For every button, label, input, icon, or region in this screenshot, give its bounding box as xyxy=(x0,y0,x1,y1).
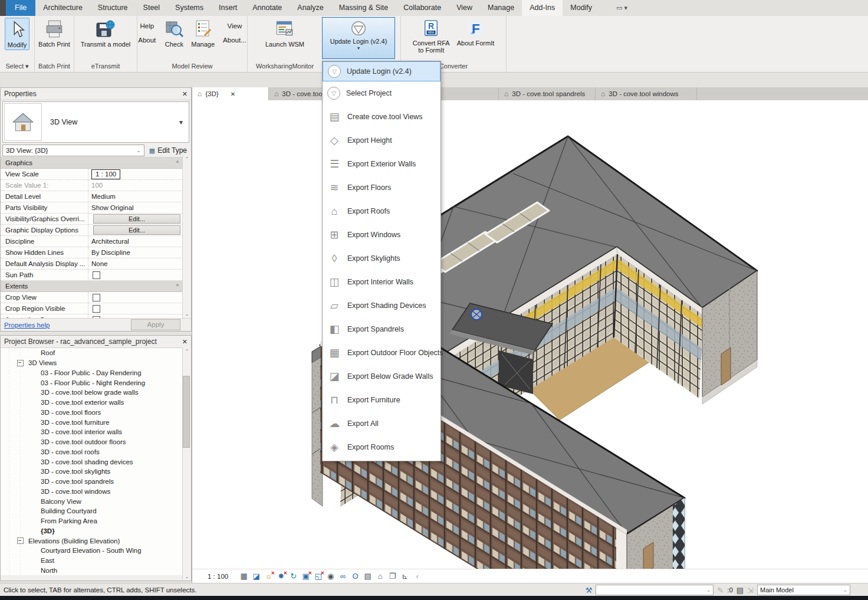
section-extents[interactable]: Extents^ xyxy=(1,281,182,292)
update-login-ribbon-button[interactable]: Update Login (v2.4) xyxy=(322,17,395,59)
shadows-icon[interactable]: ✸✕ xyxy=(275,572,287,581)
tree-item[interactable]: 3D - cove.tool roofs xyxy=(1,447,182,457)
tab-add-ins[interactable]: Add-Ins xyxy=(522,0,563,16)
property-row[interactable]: Sun Path xyxy=(1,270,182,281)
menu-item-export-all[interactable]: ☁Export All xyxy=(323,412,440,435)
tree-item[interactable]: 3D - cove.tool shading devices xyxy=(1,457,182,467)
menu-item-export-shading-devices[interactable]: ▱Export Shading Devices xyxy=(323,294,440,317)
view-tab-3d[interactable]: {3D} ✕ xyxy=(192,87,269,100)
analytical-model-icon[interactable]: ⌂ xyxy=(374,572,386,581)
tree-item[interactable]: 3D - cove.tool windows xyxy=(1,487,182,497)
tab-systems[interactable]: Systems xyxy=(167,0,211,16)
batch-print-button[interactable]: Batch Print xyxy=(36,18,73,49)
tab-manage[interactable]: Manage xyxy=(480,0,522,16)
tab-massing-site[interactable]: Massing & Site xyxy=(331,0,396,16)
active-workset-combo[interactable]: ⌄ xyxy=(596,585,714,595)
transmit-model-button[interactable]: Transmit a model xyxy=(78,18,133,49)
visual-style-icon[interactable]: ◪ xyxy=(250,572,262,581)
tree-item[interactable]: 3D - cove.tool outdoor floors xyxy=(1,437,182,447)
view-tab-windows[interactable]: 3D - cove.tool windows xyxy=(596,87,697,100)
collapse-icon[interactable] xyxy=(17,537,24,544)
highlight-displacement-icon[interactable]: ❐ xyxy=(386,572,399,581)
tab-analyze[interactable]: Analyze xyxy=(290,0,331,16)
section-graphics[interactable]: Graphics^ xyxy=(1,158,182,169)
property-row[interactable]: Crop Region Visible xyxy=(1,303,182,314)
tree-item[interactable]: 3D - cove.tool interior walls xyxy=(1,427,182,437)
tree-item[interactable]: 03 - Floor Public - Day Rendering xyxy=(1,368,182,378)
building-3d-model[interactable] xyxy=(192,100,868,569)
property-row[interactable]: View Scale1 : 100 xyxy=(1,169,182,180)
tab-modify[interactable]: Modify xyxy=(563,0,600,16)
tree-item[interactable]: 3D - cove.tool floors xyxy=(1,408,182,418)
reveal-hidden-elements-icon[interactable]: ʘ xyxy=(349,572,361,581)
reveal-constraints-icon[interactable]: ⊾ xyxy=(399,572,411,581)
edit-type-button[interactable]: Edit Type xyxy=(147,146,189,155)
tab-structure[interactable]: Structure xyxy=(90,0,136,16)
property-row[interactable]: Parts VisibilityShow Original xyxy=(1,202,182,214)
tree-item[interactable]: 3D - cove.tool furniture xyxy=(1,417,182,427)
temporary-hide-isolate-icon[interactable]: ∞ xyxy=(337,572,349,581)
about2-button[interactable]: About... xyxy=(223,37,246,44)
menu-item-select-project[interactable]: ▽Select Project xyxy=(323,81,440,105)
menu-item-export-roofs[interactable]: ⌂Export Roofs xyxy=(323,199,440,223)
tree-item[interactable]: North xyxy=(1,566,182,576)
tree-item[interactable]: Courtyard Elevation - South Wing xyxy=(1,546,182,556)
tree-item[interactable]: Roof xyxy=(1,348,182,358)
menu-item-export-height[interactable]: ◇Export Height xyxy=(323,129,440,152)
properties-title-bar[interactable]: Properties ✕ xyxy=(1,88,191,100)
panel-select-label[interactable]: Select ▾ xyxy=(0,61,34,72)
menu-item-export-furniture[interactable]: ⊓Export Furniture xyxy=(323,388,440,412)
tab-file[interactable]: File xyxy=(6,0,35,16)
type-selector[interactable]: 3D View ▼ xyxy=(2,101,189,143)
collapse-section-icon[interactable]: ^ xyxy=(176,283,179,289)
collapse-section-icon[interactable]: ^ xyxy=(176,160,179,166)
view-selector-combo[interactable]: 3D View: {3D}⌄ xyxy=(2,145,144,156)
project-browser-title-bar[interactable]: Project Browser - rac_advanced_sample_pr… xyxy=(1,336,191,348)
tree-item-active-view[interactable]: {3D} xyxy=(1,526,182,536)
tab-insert[interactable]: Insert xyxy=(211,0,245,16)
tree-item[interactable]: 3D - cove.tool below grade walls xyxy=(1,388,182,398)
rendering-dialog-icon[interactable]: ↻ xyxy=(287,572,300,581)
menu-item-export-below-grade-walls[interactable]: ◪Export Below Grade Walls xyxy=(323,365,440,388)
tree-item[interactable]: 3D - cove.tool spandrels xyxy=(1,477,182,487)
menu-item-update-login[interactable]: ▽Update Login (v2.4) xyxy=(323,61,440,81)
crop-view-icon[interactable]: ▣✕ xyxy=(300,572,312,581)
browser-scrollbar-thumb[interactable] xyxy=(183,376,190,448)
collapse-viewbar-icon[interactable]: ‹ xyxy=(411,572,423,581)
tab-steel[interactable]: Steel xyxy=(136,0,168,16)
properties-scrollbar[interactable]: ⌃⌄ xyxy=(182,155,191,318)
design-options-icon[interactable]: ▤ xyxy=(737,586,744,595)
close-icon[interactable]: ✕ xyxy=(182,338,188,346)
close-icon[interactable]: ✕ xyxy=(182,90,188,98)
scale-control[interactable]: 1 : 100 xyxy=(208,573,228,580)
menu-item-export-outdoor-floor-objects[interactable]: ▦Export Outdoor Floor Objects xyxy=(323,341,440,365)
about-button[interactable]: About xyxy=(138,37,156,44)
detail-level-icon[interactable]: ▦ xyxy=(238,572,250,581)
tree-item[interactable]: East xyxy=(1,556,182,566)
collapse-icon[interactable] xyxy=(17,360,24,366)
property-row[interactable]: Visibility/Graphics Overri...Edit... xyxy=(1,214,182,225)
menu-item-export-spandrels[interactable]: ◧Export Spandrels xyxy=(323,317,440,341)
view-tab-spandrels[interactable]: 3D - cove.tool spandrels xyxy=(499,87,596,100)
modify-button[interactable]: Modify xyxy=(5,18,29,50)
survey-point-marker[interactable] xyxy=(471,309,482,320)
tree-item[interactable]: 3D Views xyxy=(1,358,182,368)
tab-view[interactable]: View xyxy=(449,0,480,16)
crop-region-icon[interactable]: ◱✕ xyxy=(312,572,324,581)
tree-item[interactable]: 3D - cove.tool skylights xyxy=(1,467,182,477)
menu-item-export-skylights[interactable]: ◊Export Skylights xyxy=(323,247,440,270)
property-row[interactable]: Crop View xyxy=(1,292,182,303)
locked-3d-view-icon[interactable]: ◉ xyxy=(324,572,337,581)
checkbox[interactable] xyxy=(93,294,100,301)
property-row[interactable]: Detail LevelMedium xyxy=(1,191,182,202)
menu-item-create-views[interactable]: ▤Create cove.tool Views xyxy=(323,105,440,129)
menu-item-export-rooms[interactable]: ◈Export Rooms xyxy=(323,435,440,459)
tab-annotate[interactable]: Annotate xyxy=(245,0,290,16)
tree-item[interactable]: Balcony View xyxy=(1,496,182,506)
edit-button[interactable]: Edit... xyxy=(93,225,180,235)
convert-rfa-button[interactable]: R RFA Convert RFA to FormIt xyxy=(410,18,452,55)
property-row[interactable]: Show Hidden LinesBy Discipline xyxy=(1,247,182,258)
tree-item[interactable]: From Parking Area xyxy=(1,516,182,526)
launch-wsm-button[interactable]: Launch WSM xyxy=(263,18,307,49)
tab-collaborate[interactable]: Collaborate xyxy=(396,0,449,16)
